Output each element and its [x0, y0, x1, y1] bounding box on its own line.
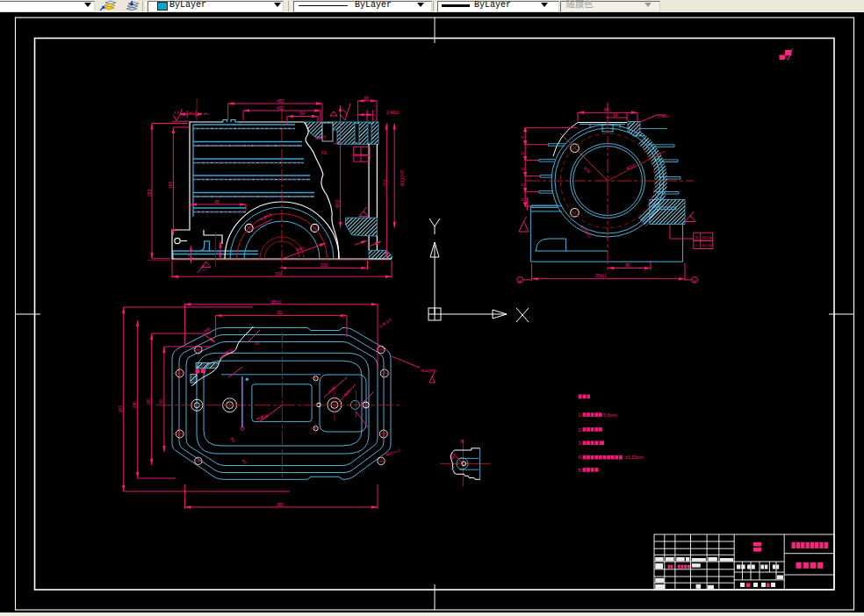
svg-text:15: 15: [521, 183, 525, 187]
svg-text:95: 95: [625, 263, 630, 268]
svg-text:B: B: [694, 279, 696, 283]
svg-text:111: 111: [277, 311, 283, 315]
svg-text:H: H: [190, 111, 192, 115]
svg-text:◎: ◎: [695, 235, 699, 240]
svg-text:380: 380: [277, 503, 284, 507]
svg-text:5-6mm: 5-6mm: [603, 412, 617, 418]
svg-text:2-M10: 2-M10: [658, 114, 669, 118]
svg-text:2-M10: 2-M10: [386, 110, 399, 115]
svg-text:45: 45: [214, 199, 220, 204]
svg-text:180: 180: [147, 398, 151, 405]
svg-text:15: 15: [521, 135, 525, 140]
svg-text:263: 263: [382, 179, 386, 186]
svg-text:165: 165: [168, 181, 173, 189]
svg-text:12: 12: [216, 251, 220, 255]
svg-text:1.: 1.: [578, 412, 582, 418]
svg-text:30H7: 30H7: [315, 135, 326, 140]
svg-text:4.: 4.: [578, 455, 582, 460]
svg-text:80: 80: [604, 108, 609, 112]
svg-text:263: 263: [147, 189, 152, 197]
svg-text:2.: 2.: [578, 427, 582, 433]
svg-text:54: 54: [613, 113, 618, 118]
svg-text:Ls: Ls: [203, 269, 206, 272]
svg-text:⊢F: ⊢F: [334, 140, 340, 146]
svg-text:130: 130: [320, 262, 328, 268]
svg-text:30: 30: [187, 254, 191, 257]
svg-text:3.: 3.: [578, 441, 582, 446]
svg-text:A: A: [519, 279, 522, 283]
svg-text:±1.15mm: ±1.15mm: [625, 455, 644, 460]
svg-text:F1: F1: [321, 150, 327, 155]
svg-text:Φ110H7: Φ110H7: [400, 169, 405, 186]
svg-text:Φ0.1 B: Φ0.1 B: [702, 244, 713, 247]
svg-text:450: 450: [277, 98, 284, 104]
svg-text:Φ52: Φ52: [335, 199, 340, 208]
svg-text:90: 90: [159, 398, 163, 404]
svg-text:Φ0.1 A: Φ0.1 A: [702, 236, 713, 240]
svg-text:334: 334: [275, 271, 283, 276]
svg-text:15: 15: [521, 197, 525, 202]
svg-text:380±1: 380±1: [270, 300, 282, 304]
svg-text:35: 35: [364, 96, 369, 101]
svg-text:15: 15: [521, 167, 525, 171]
svg-text:54: 54: [299, 111, 305, 116]
svg-text:254±1: 254±1: [595, 274, 607, 278]
svg-text:15: 15: [521, 151, 525, 155]
svg-text:263: 263: [119, 405, 123, 412]
svg-text:R: R: [461, 439, 464, 444]
svg-text:5.: 5.: [578, 468, 582, 473]
svg-text:240: 240: [133, 401, 137, 408]
svg-text:3.1: 3.1: [174, 111, 179, 115]
svg-text:10: 10: [362, 405, 366, 410]
svg-text:Φ3: Φ3: [255, 341, 260, 346]
svg-text:430: 430: [277, 105, 284, 111]
